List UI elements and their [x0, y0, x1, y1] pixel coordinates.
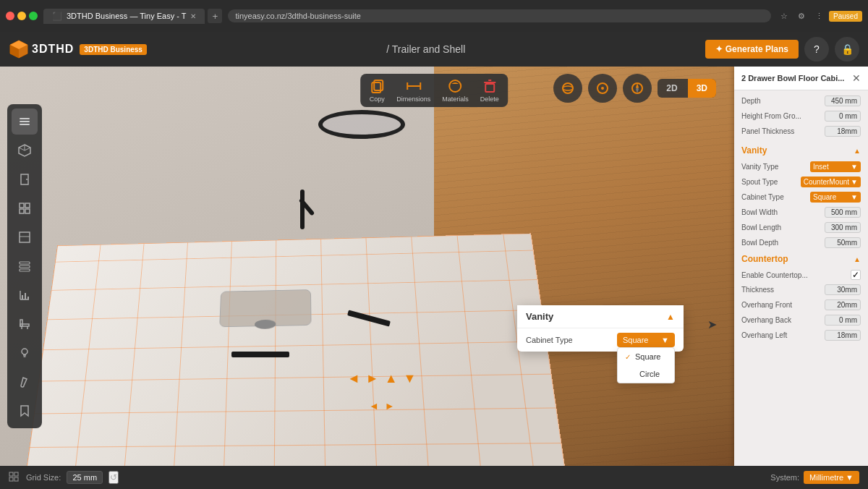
topbar-right: ✦ Generate Plans ? 🔒 [705, 37, 859, 61]
2d-view-btn[interactable]: 2D [658, 79, 686, 98]
vanity-section-header: Vanity ▲ [734, 142, 868, 159]
sidebar-paint-btn[interactable] [12, 369, 38, 395]
thickness-value[interactable]: 30mm [825, 284, 861, 295]
countertop-section-title: Countertop [741, 254, 788, 264]
sidebar-door-btn[interactable] [12, 166, 38, 192]
sidebar-light-btn[interactable] [12, 340, 38, 366]
vanity-section-title: Vanity [741, 145, 767, 156]
vanity-option-square[interactable]: ✓ Square [618, 348, 674, 365]
countertop-chevron-icon[interactable]: ▲ [854, 255, 861, 263]
overhang-back-value[interactable]: 0 mm [825, 315, 861, 326]
sidebar-cube-btn[interactable] [12, 137, 38, 163]
maximize-btn[interactable] [29, 12, 38, 20]
compass-control[interactable] [623, 74, 652, 103]
tab-bar: ⬛ 3DTHD Business — Tiny Easy - T ✕ + [43, 9, 222, 24]
overhang-left-value[interactable]: 18mm [825, 330, 861, 341]
delete-label: Delete [480, 95, 499, 103]
overhang-back-label: Overhang Back [741, 316, 822, 324]
grid-size-input[interactable] [67, 471, 103, 484]
sidebar-bookmark-btn[interactable] [12, 398, 38, 424]
svg-rect-29 [20, 265, 30, 268]
sidebar-grid-btn[interactable] [12, 195, 38, 221]
paused-badge: Paused [829, 11, 862, 22]
checkmark-icon: ✓ [625, 353, 631, 361]
copy-tool[interactable]: Copy [369, 78, 385, 103]
sparkle-icon: ✦ [715, 44, 723, 54]
close-btn[interactable] [6, 12, 14, 20]
panel-thickness-label: Panel Thickness [741, 127, 822, 135]
unit-label: Millimetre [809, 473, 843, 482]
reset-grid-button[interactable]: ↺ [109, 471, 119, 484]
materials-tool[interactable]: Materials [442, 78, 469, 103]
extensions-icon[interactable]: ⚙ [794, 9, 809, 23]
sidebar-layers-btn[interactable] [12, 109, 38, 135]
svg-rect-30 [20, 269, 30, 271]
logo-area: 3DTHD 3DTHD Business [9, 39, 147, 59]
vanity-section-chevron-icon[interactable]: ▲ [854, 147, 861, 155]
svg-line-19 [25, 148, 30, 150]
panel-icon [18, 231, 31, 244]
overhang-left-label: Overhang Left [741, 331, 822, 339]
svg-rect-15 [20, 124, 30, 125]
bowl-depth-value[interactable]: 50mm [825, 237, 861, 248]
panel-thickness-value[interactable]: 18mm [825, 126, 861, 137]
bottom-bar: Grid Size: ↺ System: Millimetre ▼ [0, 466, 868, 489]
vanity-cabinet-type-label: Cabinet Type [526, 336, 617, 344]
copy-label: Copy [370, 95, 385, 103]
vanity-popup-title: Vanity [526, 311, 553, 322]
unit-selector-button[interactable]: Millimetre ▼ [804, 471, 859, 484]
countertop-section-header: Countertop ▲ [734, 250, 868, 268]
seat-icon [18, 318, 31, 331]
tab-close-icon[interactable]: ✕ [190, 12, 196, 20]
panel-close-button[interactable]: ✕ [852, 72, 861, 84]
thickness-label: Thickness [741, 286, 822, 294]
orbit-control[interactable] [553, 74, 582, 103]
svg-point-21 [26, 179, 27, 180]
minimize-btn[interactable] [17, 12, 26, 20]
vanity-chevron-icon[interactable]: ▲ [666, 312, 675, 322]
dimensions-tool[interactable]: Dimensions [396, 78, 430, 103]
overhang-front-value[interactable]: 20mm [825, 299, 861, 310]
spout-type-chevron-icon: ▼ [851, 178, 858, 186]
cabinet-type-value: Square [813, 193, 836, 201]
address-bar[interactable]: tinyeasy.co.nz/3dthd-business-suite [228, 9, 771, 22]
view-controls: 2D 3D [553, 74, 716, 103]
active-tab[interactable]: ⬛ 3DTHD Business — Tiny Easy - T ✕ [43, 9, 205, 24]
delete-tool[interactable]: Delete [480, 78, 499, 103]
generate-plans-button[interactable]: ✦ Generate Plans [705, 40, 799, 59]
bowl-width-value[interactable]: 500 mm [825, 207, 861, 218]
sidebar-seat-btn[interactable] [12, 311, 38, 337]
vanity-option-circle[interactable]: Circle [618, 365, 674, 383]
lock-icon-btn[interactable]: 🔒 [835, 37, 859, 61]
svg-rect-53 [9, 477, 13, 481]
svg-marker-43 [21, 406, 28, 416]
vanity-type-value: Inset [813, 163, 829, 171]
vanity-dropdown-button[interactable]: Square ▼ [617, 333, 675, 347]
cabinet-type-chevron-icon: ▼ [851, 193, 858, 201]
mirror [318, 110, 405, 139]
svg-rect-28 [20, 262, 30, 264]
cabinet-type-dropdown[interactable]: Square ▼ [810, 192, 861, 203]
star-icon[interactable]: ☆ [777, 9, 791, 23]
depth-value[interactable]: 450 mm [825, 95, 861, 106]
svg-rect-10 [485, 84, 494, 92]
spout-type-dropdown[interactable]: CounterMount ▼ [801, 177, 861, 187]
sidebar-stack-btn[interactable] [12, 253, 38, 279]
sidebar-chart-btn[interactable] [12, 282, 38, 308]
bowl-length-value[interactable]: 300 mm [825, 222, 861, 233]
vanity-type-dropdown[interactable]: Inset ▼ [810, 161, 861, 172]
topbar-title: / Trailer and Shell [156, 43, 697, 55]
menu-icon[interactable]: ⋮ [812, 9, 826, 23]
height-value[interactable]: 0 mm [825, 111, 861, 122]
selection-arrows: ◄ ► ▲ ▼ [347, 371, 416, 386]
3d-view-btn[interactable]: 3D [688, 79, 716, 98]
view-presets-control[interactable] [588, 74, 617, 103]
faucet [300, 190, 305, 229]
new-tab-btn[interactable]: + [208, 9, 222, 23]
sidebar-panel-btn[interactable] [12, 224, 38, 250]
faucet-body [300, 190, 305, 229]
enable-countertop-checkbox[interactable]: ✓ [851, 270, 861, 280]
help-icon-btn[interactable]: ? [804, 37, 829, 61]
delete-icon [482, 78, 498, 94]
panel-header: 2 Drawer Bowl Floor Cabi... ✕ [734, 67, 868, 90]
